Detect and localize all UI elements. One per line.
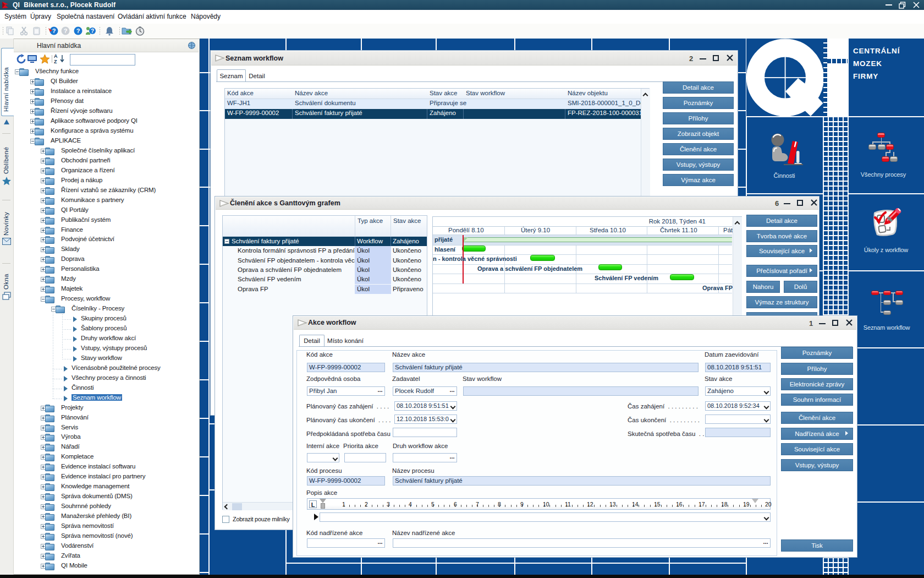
svg-text:?: ? bbox=[64, 28, 68, 34]
svg-text:?: ? bbox=[91, 28, 94, 34]
svg-text:?: ? bbox=[76, 28, 80, 34]
svg-text:?: ? bbox=[52, 28, 56, 34]
